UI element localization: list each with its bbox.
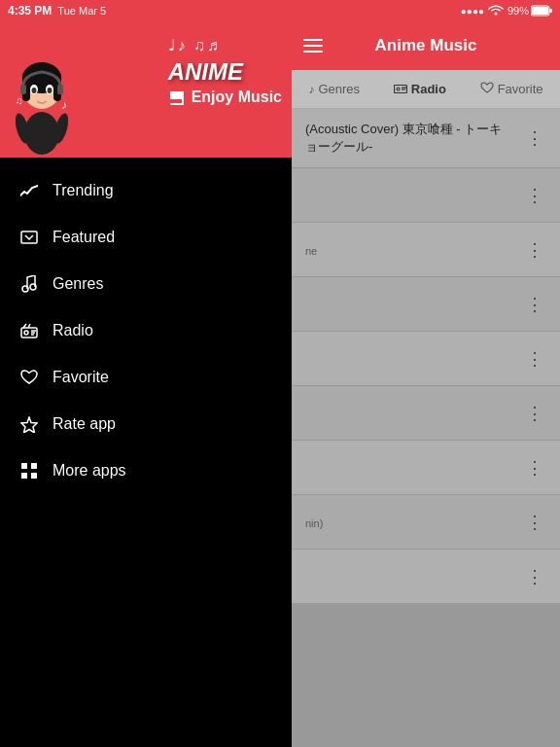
svg-point-14 [48,88,52,93]
status-icons: ●●●● 99% [461,4,552,18]
radio-tab-icon [394,82,407,96]
favorite-tab-icon [480,82,494,97]
hamburger-line-3 [303,51,323,53]
music-notes-decoration: ♩♪ ♫♬ [168,36,221,54]
hamburger-line-2 [303,45,323,47]
wifi-icon [488,4,504,18]
trending-icon [19,181,39,200]
sidebar-item-genres-label: Genres [52,275,103,293]
favorite-tab-label: Favorite [498,82,543,96]
logo-area: ♩♪ ♫♬ ANIME Enjoy Music [168,36,282,107]
svg-rect-33 [21,463,27,469]
content-list: (Acoustic Cover) 東京喰種 - トーキョーグール- ⋮ ⋮ ne… [292,109,560,747]
music-flag-icon [168,88,188,107]
item-menu-button[interactable]: ⋮ [520,510,550,535]
sidebar-item-radio[interactable]: Radio [0,307,292,354]
svg-rect-16 [57,85,63,94]
genres-tab-label: Genres [318,82,360,96]
hamburger-button[interactable] [292,24,334,67]
item-menu-button[interactable]: ⋮ [520,125,550,151]
svg-marker-32 [21,417,37,433]
item-menu-button[interactable]: ⋮ [520,401,550,426]
sidebar-item-rate-label: Rate app [52,415,116,433]
sidebar-item-more-apps-label: More apps [52,462,126,480]
sidebar-item-genres[interactable]: Genres [0,261,292,307]
sidebar: ♪ ♫ ♩♪ ♫♬ ANIME Enjoy Music [0,21,292,747]
logo-enjoy-text: Enjoy Music [192,89,282,106]
item-menu-button[interactable]: ⋮ [520,564,550,589]
item-subtitle: nin) [305,517,512,529]
item-menu-button[interactable]: ⋮ [520,346,550,372]
battery-icon: 99% [508,5,552,17]
item-subtitle: ne [305,245,512,257]
svg-rect-34 [31,463,37,469]
list-item: ne ⋮ [292,223,560,277]
status-time: 4:35 PM [8,4,52,18]
anime-character-icon: ♪ ♫ [8,51,76,158]
genres-icon [19,274,39,294]
radio-tab-label: Radio [411,82,446,96]
sidebar-header: ♪ ♫ ♩♪ ♫♬ ANIME Enjoy Music [0,21,292,158]
list-item: ⋮ [292,168,560,223]
tab-radio[interactable]: Radio [384,76,456,102]
svg-rect-15 [20,85,26,94]
tab-bar: ♪ Genres Radio [292,70,560,109]
sidebar-item-favorite[interactable]: Favorite [0,354,292,401]
main-content: Anime Music ♪ Genres Radio [292,21,560,747]
list-item: ⋮ [292,332,560,386]
svg-rect-36 [31,473,37,479]
signal-icon: ●●●● [461,6,484,17]
sidebar-item-featured[interactable]: Featured [0,214,292,261]
svg-rect-20 [182,91,184,105]
item-info: (Acoustic Cover) 東京喰種 - トーキョーグール- [305,121,520,156]
app-container: ♪ ♫ ♩♪ ♫♬ ANIME Enjoy Music [0,21,560,747]
svg-point-0 [494,13,497,16]
svg-point-26 [24,331,28,335]
sidebar-nav: Trending Featured [0,158,292,504]
sidebar-item-more-apps[interactable]: More apps [0,447,292,494]
item-title: (Acoustic Cover) 東京喰種 - トーキョーグール- [305,121,512,156]
item-menu-button[interactable]: ⋮ [520,455,550,480]
svg-point-13 [32,88,37,93]
list-item: ⋮ [292,550,560,604]
svg-rect-21 [170,103,184,105]
radio-icon [19,321,39,340]
item-menu-button[interactable]: ⋮ [520,183,550,208]
genres-tab-icon: ♪ [308,83,314,96]
item-info: ne [305,243,520,257]
tab-genres[interactable]: ♪ Genres [298,76,369,102]
sidebar-item-rate-app[interactable]: Rate app [0,401,292,447]
featured-icon [19,228,39,247]
app-title: Anime Music [334,36,560,55]
sidebar-item-trending-label: Trending [52,182,114,199]
sidebar-item-favorite-label: Favorite [52,369,109,386]
tab-favorite[interactable]: Favorite [471,76,553,103]
sidebar-item-featured-label: Featured [52,229,115,246]
status-date: Tue Mar 5 [57,5,106,17]
item-info: nin) [305,516,520,529]
top-bar: Anime Music [292,21,560,70]
svg-point-4 [24,112,59,155]
svg-rect-19 [170,91,182,99]
sidebar-item-trending[interactable]: Trending [0,167,292,214]
svg-point-38 [397,88,400,90]
list-item: ⋮ [292,386,560,441]
sidebar-item-radio-label: Radio [52,322,93,339]
star-icon [19,414,39,434]
list-item: nin) ⋮ [292,495,560,550]
svg-rect-35 [21,473,27,479]
svg-rect-2 [532,7,548,15]
item-menu-button[interactable]: ⋮ [520,237,550,263]
logo-main-text: ANIME [168,58,243,86]
svg-text:♪: ♪ [61,98,67,112]
list-item: ⋮ [292,441,560,495]
svg-rect-3 [549,9,552,13]
list-item: (Acoustic Cover) 東京喰種 - トーキョーグール- ⋮ [292,109,560,168]
status-bar: 4:35 PM Tue Mar 5 ●●●● 99% [0,0,560,21]
item-menu-button[interactable]: ⋮ [520,292,550,317]
svg-text:♫: ♫ [16,95,23,106]
svg-rect-22 [21,231,37,243]
hamburger-line-1 [303,39,323,41]
list-item: ⋮ [292,277,560,332]
grid-icon [19,461,39,480]
